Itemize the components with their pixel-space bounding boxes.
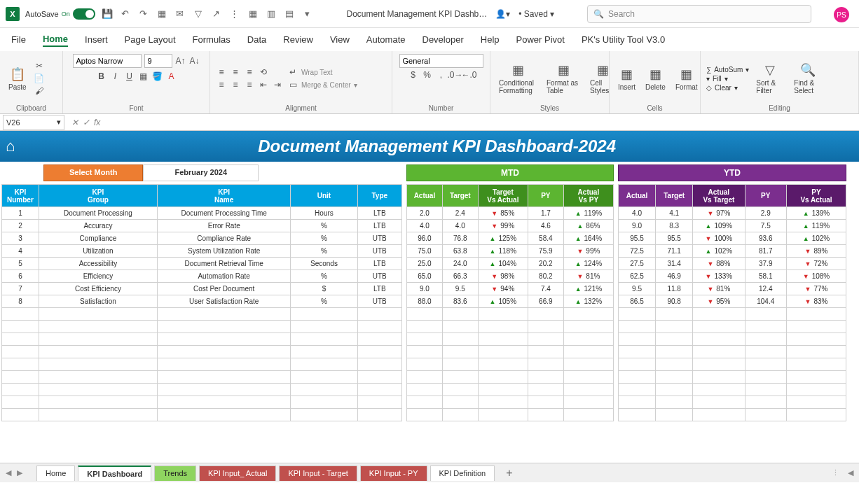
toggle-switch-icon[interactable] (73, 8, 95, 20)
qa-icon-1[interactable]: ▦ (156, 8, 168, 20)
qa-icon-5[interactable]: ⋮ (228, 8, 241, 20)
menu-tab-review[interactable]: Review (283, 33, 313, 46)
table-row: 3ComplianceCompliance Rate%UTB (2, 232, 402, 245)
clear-button[interactable]: ◇ Clear ▾ (706, 84, 749, 92)
menu-tab-formulas[interactable]: Formulas (193, 33, 231, 46)
table-row: 4.04.1▼ 97%2.9▲ 139% (619, 207, 846, 220)
number-format-select[interactable] (399, 54, 483, 68)
cancel-formula-icon[interactable]: ✕ (71, 118, 78, 127)
sheet-scroll-icon[interactable]: ◀ (848, 468, 853, 477)
menu-tab-developer[interactable]: Developer (422, 33, 464, 46)
copy-icon[interactable]: 📄 (34, 73, 45, 84)
percent-icon[interactable]: % (422, 69, 433, 80)
sheet-tab-trends[interactable]: Trends (154, 465, 196, 481)
font-size-select[interactable] (144, 54, 172, 68)
menu-tab-insert[interactable]: Insert (85, 33, 108, 46)
autosum-button[interactable]: ∑ AutoSum ▾ (706, 66, 749, 74)
menu-tab-automate[interactable]: Automate (366, 33, 406, 46)
sheet-options-icon[interactable]: ⋮ (832, 468, 839, 477)
menu-tab-page-layout[interactable]: Page Layout (125, 33, 176, 46)
sheet-tab-kpi-input-actual[interactable]: KPI Input_ Actual (199, 465, 276, 481)
menu-tab-file[interactable]: File (11, 33, 26, 46)
chevron-down-icon[interactable]: ▾ (57, 118, 61, 127)
document-title[interactable]: Document Management KPI Dashb… (347, 9, 488, 19)
sheet-tab-kpi-dashboard[interactable]: KPI Dashboard (78, 465, 151, 481)
menu-tab-help[interactable]: Help (481, 33, 500, 46)
align-left-icon[interactable]: ≡ (216, 79, 227, 90)
column-header: Unit (291, 185, 357, 207)
user-avatar[interactable]: PS (834, 7, 849, 22)
sheet-nav-next-icon[interactable]: ▶ (17, 468, 22, 477)
name-box[interactable]: V26▾ (3, 115, 64, 130)
share-icon[interactable]: 👤▾ (495, 9, 510, 19)
decrease-font-icon[interactable]: A↓ (189, 55, 200, 66)
currency-icon[interactable]: $ (408, 69, 419, 80)
worksheet-area: ⌂ Document Management KPI Dashboard-2024… (0, 131, 859, 463)
qa-icon-4[interactable]: ↗ (210, 8, 223, 20)
insert-cells-button[interactable]: ▦Insert (615, 65, 638, 92)
orientation-icon[interactable]: ⟲ (258, 66, 269, 78)
comma-icon[interactable]: , (436, 69, 447, 80)
sheet-tab-home[interactable]: Home (36, 465, 75, 481)
autosave-toggle[interactable]: AutoSave On (25, 8, 95, 20)
delete-cells-button[interactable]: ▦Delete (642, 65, 668, 92)
format-as-table-button[interactable]: ▦Format as Table (544, 61, 583, 96)
fill-color-icon[interactable]: 🪣 (152, 71, 163, 82)
border-icon[interactable]: ▦ (138, 71, 149, 82)
qa-more-icon[interactable]: ▾ (301, 8, 314, 20)
italic-icon[interactable]: I (110, 71, 121, 82)
save-icon[interactable]: 💾 (101, 8, 114, 20)
find-select-button[interactable]: 🔍Find & Select (791, 61, 825, 96)
menu-tab-home[interactable]: Home (43, 32, 68, 47)
redo-icon[interactable]: ↷ (137, 8, 150, 20)
fx-icon[interactable]: fx (94, 118, 100, 127)
enter-formula-icon[interactable]: ✓ (83, 118, 90, 127)
conditional-formatting-button[interactable]: ▦Conditional Formatting (496, 61, 540, 96)
search-placeholder: Search (608, 9, 635, 19)
fill-button[interactable]: ▾ Fill ▾ (706, 75, 749, 83)
menu-tab-data[interactable]: Data (247, 33, 266, 46)
align-bottom-icon[interactable]: ≡ (244, 66, 255, 78)
qa-icon-2[interactable]: ✉ (174, 8, 186, 20)
formula-input[interactable] (104, 115, 859, 130)
save-status[interactable]: • Saved ▾ (518, 9, 554, 19)
search-input[interactable]: 🔍 Search (587, 5, 811, 23)
align-top-icon[interactable]: ≡ (216, 66, 227, 78)
sheet-tab-kpi-definition[interactable]: KPI Definition (430, 465, 495, 481)
home-icon[interactable]: ⌂ (6, 137, 15, 155)
inc-decimal-icon[interactable]: .0→ (450, 69, 461, 80)
increase-font-icon[interactable]: A↑ (175, 55, 186, 66)
bold-icon[interactable]: B (96, 71, 107, 82)
merge-center-button[interactable]: ▭Merge & Center ▾ (287, 79, 357, 90)
font-name-select[interactable] (73, 54, 142, 68)
menu-tab-pk-s-utility-tool-v3-0[interactable]: PK's Utility Tool V3.0 (582, 33, 665, 46)
align-center-icon[interactable]: ≡ (230, 79, 241, 90)
add-sheet-button[interactable]: + (497, 464, 521, 482)
undo-icon[interactable]: ↶ (119, 8, 132, 20)
search-icon: 🔍 (593, 9, 604, 19)
sheet-nav-prev-icon[interactable]: ◀ (6, 468, 11, 477)
menu-tab-power-pivot[interactable]: Power Pivot (516, 33, 565, 46)
qa-icon-6[interactable]: ▦ (247, 8, 259, 20)
indent-inc-icon[interactable]: ⇥ (272, 79, 283, 90)
format-cells-button[interactable]: ▦Format (673, 65, 701, 92)
sheet-tab-kpi-input-py[interactable]: KPI Input - PY (360, 465, 427, 481)
qa-icon-3[interactable]: ▽ (192, 8, 205, 20)
sort-filter-button[interactable]: ▽Sort & Filter (753, 61, 787, 96)
sheet-tab-kpi-input-target[interactable]: KPI Input - Target (279, 465, 357, 481)
align-middle-icon[interactable]: ≡ (230, 66, 241, 78)
format-painter-icon[interactable]: 🖌 (34, 85, 45, 97)
wrap-text-button[interactable]: ↵Wrap Text (287, 66, 357, 78)
qa-icon-8[interactable]: ▤ (283, 8, 296, 20)
align-right-icon[interactable]: ≡ (244, 79, 255, 90)
font-color-icon[interactable]: A (166, 71, 177, 82)
column-header: Target (442, 185, 478, 207)
dec-decimal-icon[interactable]: ←.0 (464, 69, 475, 80)
cut-icon[interactable]: ✂ (34, 60, 45, 71)
menu-tab-view[interactable]: View (330, 33, 350, 46)
qa-icon-7[interactable]: ▥ (265, 8, 277, 20)
indent-dec-icon[interactable]: ⇤ (258, 79, 269, 90)
paste-button[interactable]: 📋Paste (6, 65, 29, 92)
underline-icon[interactable]: U (124, 71, 135, 82)
month-selector[interactable]: Select Month February 2024 (43, 164, 259, 181)
